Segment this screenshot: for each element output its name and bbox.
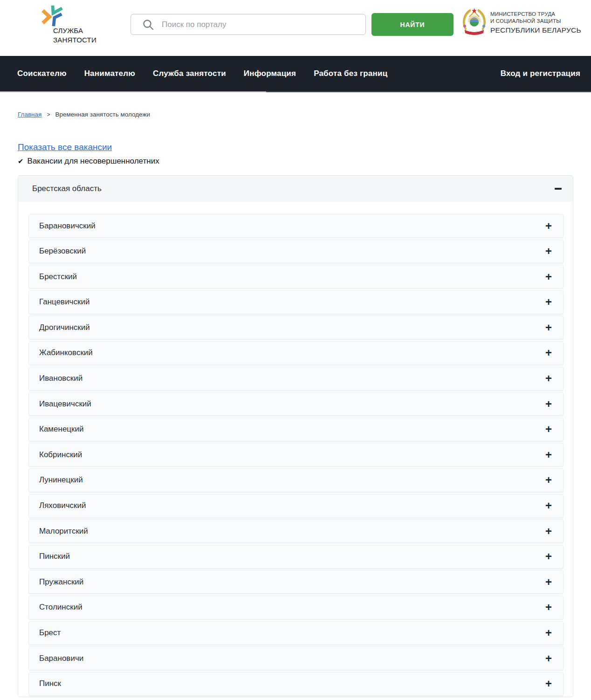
employment-service-logo-icon[interactable] (41, 4, 64, 27)
expand-district-button[interactable]: + (545, 654, 552, 663)
expand-district-button[interactable]: + (545, 425, 552, 434)
district-label: Брест (39, 628, 61, 638)
main-navigation: Соискателю Нанимателю Служба занятости И… (0, 56, 591, 91)
district-row[interactable]: Брестский + (28, 265, 564, 288)
district-row[interactable]: Брест + (28, 621, 564, 645)
expand-district-button[interactable]: + (545, 297, 552, 307)
district-label: Ивацевичский (39, 399, 91, 409)
district-label: Ляховичский (39, 501, 86, 510)
expand-district-button[interactable]: + (545, 501, 552, 510)
nav-menu-item[interactable]: Нанимателю (84, 69, 135, 78)
district-label: Ивановский (39, 374, 82, 383)
expand-district-button[interactable]: + (545, 323, 552, 332)
logo-line2: ЗАНЯТОСТИ (53, 35, 96, 45)
district-row[interactable]: Дрогичинский + (28, 316, 564, 339)
ministry-caption: МИНИСТЕРСТВО ТРУДА И СОЦИАЛЬНОЙ ЗАЩИТЫ Р… (490, 11, 581, 35)
district-row[interactable]: Каменецкий + (28, 418, 564, 441)
portal-search (131, 14, 366, 35)
breadcrumb: Главная > Временная занятость молодежи (18, 111, 573, 118)
district-label: Барановичский (39, 221, 96, 231)
show-all-vacancies-link[interactable]: Показать все вакансии (18, 142, 112, 152)
district-row[interactable]: Жабинковский + (28, 341, 564, 365)
district-row[interactable]: Пинский + (28, 545, 564, 569)
district-row[interactable]: Пинск + (28, 672, 564, 696)
nav-menu-item[interactable]: Служба занятости (153, 69, 226, 78)
logo-line1: СЛУЖБА (53, 26, 96, 35)
district-row[interactable]: Барановичский + (28, 214, 564, 238)
district-label: Барановичи (39, 654, 83, 663)
expand-district-button[interactable]: + (545, 628, 552, 638)
expand-district-button[interactable]: + (545, 450, 552, 460)
expand-district-button[interactable]: + (545, 272, 552, 281)
expand-district-button[interactable]: + (545, 527, 552, 536)
district-row[interactable]: Лунинецкий + (28, 468, 564, 492)
expand-district-button[interactable]: + (545, 603, 552, 612)
district-row[interactable]: Малоритский + (28, 519, 564, 543)
expand-district-button[interactable]: + (545, 221, 552, 231)
nav-items: Соискателю Нанимателю Служба занятости И… (17, 69, 387, 78)
belarus-coat-of-arms (461, 7, 488, 35)
district-row[interactable]: Ивановский + (28, 367, 564, 391)
collapse-region-button[interactable] (553, 184, 563, 194)
district-row[interactable]: Барановичи + (28, 646, 564, 670)
breadcrumb-separator: > (47, 111, 50, 118)
district-label: Малоритский (39, 527, 88, 536)
expand-district-button[interactable]: + (545, 475, 552, 485)
district-label: Пинск (39, 679, 61, 688)
ministry-line2: И СОЦИАЛЬНОЙ ЗАЩИТЫ (490, 18, 581, 25)
district-label: Каменецкий (39, 425, 84, 434)
district-label: Кобринский (39, 450, 82, 460)
expand-district-button[interactable]: + (545, 247, 552, 256)
region-header-brestskaya[interactable]: Брестская область (18, 176, 573, 202)
checkmark-icon: ✔ (18, 157, 24, 165)
ministry-line1: МИНИСТЕРСТВО ТРУДА (490, 11, 581, 18)
expand-district-button[interactable]: + (545, 577, 552, 587)
district-row[interactable]: Кобринский + (28, 443, 564, 467)
district-label: Брестский (39, 272, 77, 281)
nav-menu-item[interactable]: Соискателю (17, 69, 67, 78)
minor-vacancies-filter[interactable]: ✔ Вакансии для несовершеннолетних (18, 157, 573, 166)
district-label: Жабинковский (39, 348, 93, 357)
district-label: Пружанский (39, 577, 83, 587)
district-label: Пинский (39, 552, 70, 561)
nav-menu-item[interactable]: Информация (244, 69, 296, 78)
expand-district-button[interactable]: + (545, 679, 552, 688)
login-registration-link[interactable]: Вход и регистрация (501, 69, 580, 78)
expand-district-button[interactable]: + (545, 552, 552, 561)
employment-service-logo-text[interactable]: СЛУЖБА ЗАНЯТОСТИ (53, 26, 96, 45)
region-title: Брестская область (32, 184, 102, 193)
district-label: Столинский (39, 603, 82, 612)
nav-menu-item[interactable]: Работа без границ (314, 69, 387, 78)
district-row[interactable]: Пружанский + (28, 570, 564, 594)
expand-district-button[interactable]: + (545, 399, 552, 409)
district-row[interactable]: Ганцевичский + (28, 290, 564, 314)
district-label: Дрогичинский (39, 323, 90, 332)
page-header: СЛУЖБА ЗАНЯТОСТИ НАЙТИ МИНИСТЕРСТВО ТРУД… (0, 0, 591, 56)
expand-district-button[interactable]: + (545, 374, 552, 383)
minus-icon (555, 188, 562, 190)
breadcrumb-current: Временная занятость молодежи (55, 111, 150, 118)
filter-label: Вакансии для несовершеннолетних (27, 157, 159, 166)
region-accordion-panel: Брестская область Барановичский + Берёзо… (18, 175, 573, 697)
expand-district-button[interactable]: + (545, 348, 552, 357)
district-label: Берёзовский (39, 247, 86, 256)
district-row[interactable]: Ляховичский + (28, 494, 564, 518)
district-list: Барановичский + Берёзовский + Брестский … (18, 202, 573, 700)
page-content: Главная > Временная занятость молодежи П… (0, 111, 591, 697)
ministry-line3: РЕСПУБЛИКИ БЕЛАРУСЬ (490, 25, 581, 35)
search-input[interactable] (162, 20, 361, 29)
district-row[interactable]: Берёзовский + (28, 240, 564, 263)
breadcrumb-home-link[interactable]: Главная (18, 111, 41, 118)
district-label: Лунинецкий (39, 475, 83, 485)
district-row[interactable]: Столинский + (28, 596, 564, 619)
district-row[interactable]: Ивацевичский + (28, 392, 564, 416)
search-submit-button[interactable]: НАЙТИ (371, 13, 454, 36)
search-icon (142, 19, 154, 31)
district-label: Ганцевичский (39, 297, 89, 307)
